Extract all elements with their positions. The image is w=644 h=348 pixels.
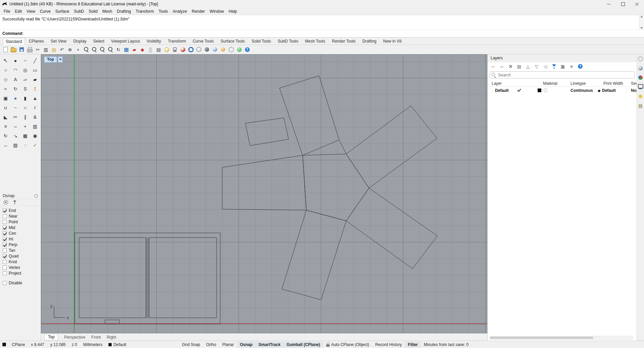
toolbar-tab[interactable]: Display <box>70 38 89 45</box>
move-layer-down[interactable]: ▽ <box>534 63 540 69</box>
menu-item[interactable]: Drafting <box>114 8 133 14</box>
smarttrack-toggle[interactable]: SmartTrack <box>255 342 283 348</box>
shaded[interactable] <box>203 46 211 53</box>
menu-item[interactable]: Surface <box>53 8 71 14</box>
checkbox[interactable] <box>3 243 7 247</box>
menu-item[interactable]: Help <box>226 8 239 14</box>
move-layer-left[interactable]: ◁ <box>542 63 548 69</box>
layer-print-width[interactable]: Default <box>602 88 616 93</box>
copy[interactable]: ▥ <box>31 122 39 130</box>
osnap-checkbox-row[interactable]: Knot <box>1 259 40 265</box>
help[interactable] <box>243 46 251 53</box>
trim[interactable]: ✂ <box>11 113 20 121</box>
render[interactable] <box>179 46 187 53</box>
layer-name[interactable]: Default <box>495 88 509 93</box>
toolbar-tab[interactable]: Curve Tools <box>190 38 217 45</box>
menu-item[interactable]: Window <box>207 8 227 14</box>
named-views[interactable]: ▒ <box>147 46 154 53</box>
command-input-line[interactable]: Command: <box>0 30 644 38</box>
cplane-selector[interactable]: CPlane <box>9 342 28 348</box>
osnap-gear-icon[interactable] <box>34 194 38 198</box>
sweep[interactable]: S <box>21 84 30 93</box>
checkbox[interactable] <box>3 226 7 230</box>
osnap-filter-icon[interactable] <box>13 200 17 205</box>
new-file[interactable] <box>2 46 9 53</box>
move-layer-up[interactable]: △ <box>525 63 531 69</box>
osnap-target-icon[interactable] <box>4 200 8 205</box>
mirror[interactable]: ⇔ <box>11 122 20 130</box>
undo[interactable]: ↶ <box>58 46 66 53</box>
osnap-checkbox-row[interactable]: Point <box>1 219 40 225</box>
loft[interactable]: ≈ <box>1 84 10 93</box>
curve[interactable]: ~ <box>21 56 30 65</box>
scrollbar-thumb[interactable] <box>490 337 593 339</box>
boolean-union[interactable]: ∪ <box>1 103 10 112</box>
checkbox[interactable] <box>3 237 7 241</box>
display-panel[interactable] <box>638 84 643 90</box>
cone[interactable]: ▲ <box>31 94 39 102</box>
viewport-tab[interactable]: Right <box>107 335 116 340</box>
materials[interactable] <box>211 46 219 53</box>
toolbar-tab[interactable]: Render Tools <box>329 38 359 45</box>
gumball-toggle[interactable]: Gumball (CPlane) <box>284 342 323 348</box>
split[interactable]: ∥ <box>21 113 30 121</box>
rectangle[interactable]: ▭ <box>31 66 39 74</box>
toolbar-tab[interactable]: Solid Tools <box>249 38 274 45</box>
open-file[interactable] <box>10 46 17 53</box>
osnap-checkbox-row[interactable]: Project <box>1 270 40 276</box>
checkbox[interactable] <box>3 271 7 275</box>
layer-linetype[interactable]: Continuous <box>571 88 593 93</box>
viewport-layout[interactable]: ▦ <box>122 46 130 53</box>
ortho-toggle[interactable]: Ortho <box>203 342 219 348</box>
toolbar-tab[interactable]: New in V8 <box>380 38 405 45</box>
zoom-selected[interactable] <box>106 46 114 53</box>
toolbar-tab[interactable]: CPlanes <box>26 38 47 45</box>
toolbar-tab[interactable]: Visibility <box>144 38 164 45</box>
boolean-intersection[interactable]: ∩ <box>21 103 30 112</box>
join[interactable]: & <box>31 113 39 121</box>
menu-item[interactable]: Mesh <box>100 8 114 14</box>
scroll-up-icon[interactable] <box>640 16 643 17</box>
menu-item[interactable]: File <box>1 8 12 14</box>
checkbox[interactable] <box>3 231 7 235</box>
menu-item[interactable]: Curve <box>38 8 53 14</box>
menu-item[interactable]: Solid <box>86 8 100 14</box>
options-gear[interactable] <box>227 46 235 53</box>
osnap-checkbox-row[interactable]: Mid <box>1 225 40 230</box>
panel-options-gear[interactable] <box>638 56 643 61</box>
polyline[interactable]: ╱ <box>31 56 39 65</box>
layer-section[interactable]: Nor <box>631 88 637 93</box>
layer-state[interactable]: ▤ <box>155 46 162 53</box>
viewport-tab[interactable]: Perspective <box>64 335 85 340</box>
menu-item[interactable]: Edit <box>12 8 24 14</box>
libraries-panel[interactable]: ▤ <box>638 103 643 108</box>
paste[interactable]: ▤ <box>50 46 58 53</box>
lock[interactable] <box>171 46 179 53</box>
layer-table[interactable]: ▦ <box>560 63 566 69</box>
sun-panel[interactable] <box>638 94 643 99</box>
sphere[interactable]: ● <box>11 94 20 102</box>
gumball[interactable]: ◉ <box>31 131 39 140</box>
active-layer[interactable]: Default <box>105 342 129 348</box>
cylinder[interactable]: ▮ <box>21 94 30 102</box>
chamfer[interactable]: ◣ <box>1 113 10 121</box>
toolbar-tab[interactable]: Surface Tools <box>217 38 248 45</box>
layers-help[interactable] <box>577 63 583 69</box>
move[interactable]: + <box>74 46 82 53</box>
checkbox[interactable] <box>3 281 7 285</box>
checkbox[interactable] <box>3 214 7 218</box>
layers-horizontal-scrollbar[interactable] <box>489 336 633 340</box>
arc[interactable]: ◠ <box>11 66 20 74</box>
hatch[interactable]: ▨ <box>11 141 20 149</box>
cut[interactable]: ✂ <box>34 46 42 53</box>
maximize-button[interactable] <box>616 0 630 8</box>
save[interactable] <box>18 46 26 53</box>
zoom-window[interactable] <box>90 46 98 53</box>
close-button[interactable] <box>630 0 644 8</box>
osnap-checkbox-row[interactable]: Cen <box>1 230 40 236</box>
move[interactable]: + <box>21 122 30 130</box>
lights[interactable] <box>163 46 170 53</box>
top-viewport[interactable]: yx Top <box>41 54 487 333</box>
osnap-checkbox-row[interactable]: End <box>1 208 40 213</box>
rotate[interactable]: ↻ <box>1 131 10 140</box>
